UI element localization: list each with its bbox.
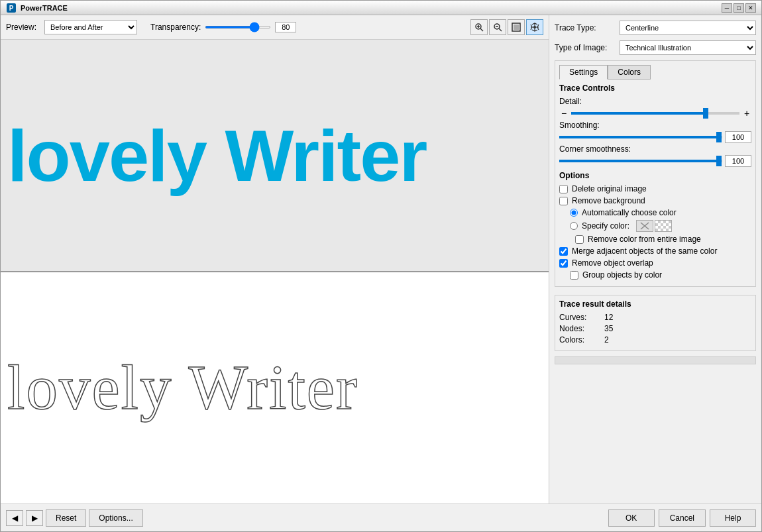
detail-slider-fill bbox=[571, 112, 706, 115]
auto-color-radio[interactable] bbox=[570, 209, 578, 217]
help-button[interactable]: Help bbox=[710, 509, 756, 527]
delete-original-label: Delete original image bbox=[572, 184, 647, 193]
zoom-controls bbox=[470, 19, 543, 35]
back-button[interactable]: ◀ bbox=[6, 510, 23, 526]
preview-label: Preview: bbox=[6, 23, 36, 32]
colors-row: Colors: 2 bbox=[559, 335, 751, 345]
title-controls: ─ □ ✕ bbox=[722, 3, 756, 13]
preview-images: lovely Writer lovely Writer bbox=[1, 40, 549, 504]
specify-color-radio[interactable] bbox=[570, 222, 578, 230]
pan-button[interactable] bbox=[526, 19, 543, 35]
restore-button[interactable]: □ bbox=[734, 3, 744, 13]
color-picker-area bbox=[636, 220, 672, 232]
svg-line-3 bbox=[480, 28, 483, 31]
corner-smoothness-label: Corner smoothness: bbox=[559, 144, 751, 154]
trace-results: Trace result details Curves: 12 Nodes: 3… bbox=[555, 295, 756, 351]
trace-type-dropdown[interactable]: Centerline bbox=[620, 21, 756, 35]
toolbar: Preview: Before and After Transparency: … bbox=[1, 15, 549, 40]
specify-color-row: Specify color: bbox=[570, 220, 751, 232]
remove-background-checkbox[interactable] bbox=[559, 197, 568, 205]
preview-area: Preview: Before and After Transparency: … bbox=[1, 15, 549, 504]
trace-type-row: Trace Type: Centerline bbox=[555, 21, 756, 35]
smoothing-label: Smoothing: bbox=[559, 121, 751, 130]
reset-button[interactable]: Reset bbox=[46, 509, 86, 527]
color-x-button[interactable] bbox=[636, 220, 653, 232]
app-icon: P bbox=[6, 3, 17, 13]
trace-type-label: Trace Type: bbox=[555, 23, 614, 32]
remove-background-row: Remove background bbox=[559, 196, 751, 205]
type-of-image-label: Type of Image: bbox=[555, 43, 614, 52]
remove-color-checkbox[interactable] bbox=[575, 235, 584, 244]
trace-results-title: Trace result details bbox=[559, 299, 751, 309]
delete-original-row: Delete original image bbox=[559, 184, 751, 193]
zoom-out-button[interactable] bbox=[489, 19, 506, 35]
delete-original-checkbox[interactable] bbox=[559, 185, 568, 193]
horizontal-scrollbar[interactable] bbox=[555, 356, 756, 364]
svg-point-11 bbox=[533, 26, 536, 28]
merge-adjacent-label: Merge adjacent objects of the same color bbox=[572, 246, 717, 256]
color-preview-swatch[interactable] bbox=[655, 220, 672, 232]
fit-page-button[interactable] bbox=[508, 19, 525, 35]
remove-overlap-row: Remove object overlap bbox=[559, 258, 751, 268]
options-title: Options bbox=[559, 171, 751, 180]
detail-slider-thumb[interactable] bbox=[703, 108, 708, 119]
svg-rect-10 bbox=[514, 25, 519, 30]
nodes-row: Nodes: 35 bbox=[559, 324, 751, 333]
detail-label: Detail: bbox=[559, 97, 751, 106]
close-button[interactable]: ✕ bbox=[745, 3, 756, 13]
ok-button[interactable]: OK bbox=[608, 509, 655, 527]
remove-overlap-checkbox[interactable] bbox=[559, 259, 568, 268]
svg-text:P: P bbox=[9, 5, 14, 12]
options-section: Options Delete original image Remove bac… bbox=[559, 171, 751, 280]
detail-minus-icon[interactable]: − bbox=[559, 108, 569, 119]
preview-traced-text: lovely Writer bbox=[7, 356, 358, 419]
detail-slider-container bbox=[571, 107, 739, 119]
trace-controls-title: Trace Controls bbox=[559, 83, 751, 93]
preview-top: lovely Writer bbox=[1, 40, 549, 272]
corner-smoothness-slider-fill bbox=[559, 160, 719, 162]
group-objects-label: Group objects by color bbox=[582, 270, 662, 280]
tabs-row: Settings Colors bbox=[559, 65, 751, 80]
remove-color-label: Remove color from entire image bbox=[588, 235, 701, 244]
cancel-button[interactable]: Cancel bbox=[659, 509, 706, 527]
nodes-label: Nodes: bbox=[559, 324, 599, 333]
options-button[interactable]: Options... bbox=[89, 509, 142, 527]
corner-smoothness-value[interactable]: 100 bbox=[725, 155, 751, 167]
auto-color-row: Automatically choose color bbox=[570, 208, 751, 217]
tab-settings[interactable]: Settings bbox=[559, 65, 608, 80]
smoothing-slider-row: 100 bbox=[559, 131, 751, 143]
curves-value: 12 bbox=[604, 313, 613, 322]
detail-plus-icon[interactable]: + bbox=[742, 108, 751, 119]
transparency-slider[interactable] bbox=[205, 26, 271, 28]
minimize-button[interactable]: ─ bbox=[722, 3, 732, 13]
svg-line-7 bbox=[499, 28, 502, 31]
corner-smoothness-slider-container bbox=[559, 155, 722, 167]
auto-color-label: Automatically choose color bbox=[582, 208, 677, 217]
forward-button[interactable]: ▶ bbox=[26, 510, 43, 526]
colors-label: Colors: bbox=[559, 335, 599, 345]
right-panel: Trace Type: Centerline Type of Image: Te… bbox=[549, 15, 761, 504]
specify-color-label: Specify color: bbox=[582, 221, 629, 231]
smoothing-slider-container bbox=[559, 131, 722, 143]
corner-smoothness-slider-row: 100 bbox=[559, 155, 751, 167]
colors-value: 2 bbox=[604, 335, 609, 345]
type-of-image-dropdown[interactable]: Technical Illustration bbox=[620, 40, 756, 55]
corner-smoothness-slider-track bbox=[559, 160, 722, 162]
preview-bottom: lovely Writer bbox=[1, 272, 549, 504]
type-of-image-row: Type of Image: Technical Illustration bbox=[555, 40, 756, 55]
smoothing-value[interactable]: 100 bbox=[725, 131, 751, 143]
corner-smoothness-slider-thumb[interactable] bbox=[716, 156, 722, 166]
merge-adjacent-checkbox[interactable] bbox=[559, 247, 568, 256]
smoothing-slider-thumb[interactable] bbox=[716, 132, 722, 142]
nodes-value: 35 bbox=[604, 324, 613, 333]
transparency-value[interactable]: 80 bbox=[275, 22, 296, 32]
smoothing-slider-track bbox=[559, 136, 722, 138]
window-title: PowerTRACE bbox=[21, 4, 68, 12]
bottom-bar: ◀ ▶ Reset Options... OK Cancel Help bbox=[1, 504, 761, 531]
tab-colors[interactable]: Colors bbox=[608, 65, 651, 80]
transparency-section: Transparency: 80 bbox=[150, 22, 296, 32]
group-objects-checkbox[interactable] bbox=[570, 271, 578, 280]
smoothing-slider-fill bbox=[559, 136, 719, 138]
preview-dropdown[interactable]: Before and After bbox=[44, 20, 137, 34]
zoom-in-button[interactable] bbox=[470, 19, 488, 35]
